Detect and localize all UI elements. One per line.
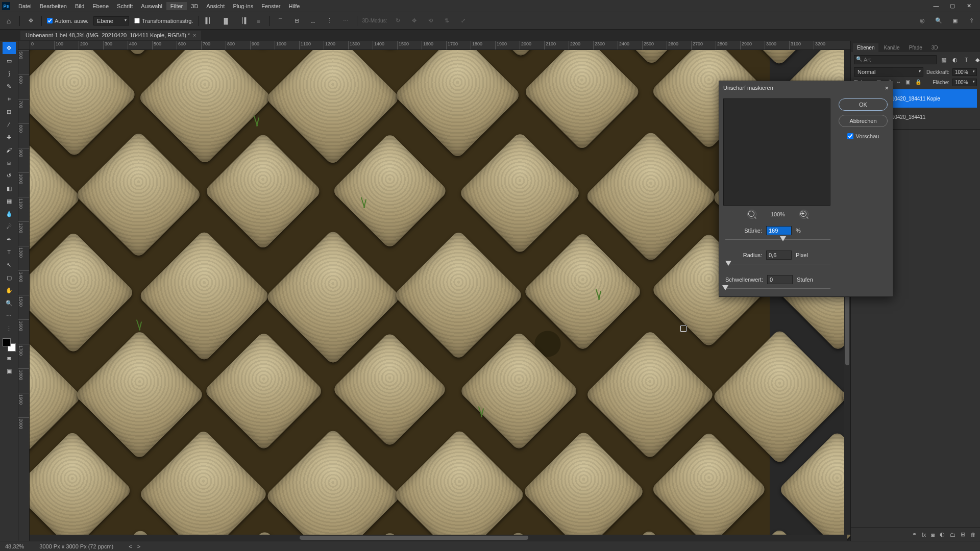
filter-type-icon[interactable]: T <box>962 56 970 64</box>
crop-tool[interactable]: ⌗ <box>3 93 16 105</box>
align-bottom-icon[interactable]: ⎵ <box>308 15 319 27</box>
menu-ebene[interactable]: Ebene <box>88 2 113 10</box>
path-select-tool[interactable]: ↖ <box>3 259 16 271</box>
strength-slider[interactable] <box>725 236 830 243</box>
brush-tool[interactable]: 🖌 <box>3 144 16 156</box>
align-top-icon[interactable]: ⎴ <box>275 15 286 27</box>
distribute-h-icon[interactable]: ≡ <box>253 15 264 27</box>
pen-tool[interactable]: ✒ <box>3 233 16 245</box>
fill-input[interactable]: 100% <box>952 79 977 86</box>
color-swatches[interactable] <box>3 338 16 352</box>
quick-mask-tool[interactable]: ◙ <box>3 352 16 364</box>
align-center-v-icon[interactable]: ⊟ <box>291 15 303 27</box>
rectangle-tool[interactable]: ▢ <box>3 271 16 284</box>
status-zoom[interactable]: 48,32% <box>5 543 24 549</box>
auto-select-target-dropdown[interactable]: Ebene <box>93 16 129 26</box>
frame-tool[interactable]: ⊞ <box>3 106 16 118</box>
status-info[interactable]: 3000 Px x 3000 Px (72 ppcm) <box>39 543 113 549</box>
more-tools-icon[interactable]: ⋯ <box>3 310 16 322</box>
vertical-ruler[interactable]: 5006007008009001000110012001300140015001… <box>18 50 30 541</box>
quick-select-tool[interactable]: ✎ <box>3 80 16 92</box>
layer-style-icon[interactable]: fx <box>922 532 926 538</box>
preview-checkbox-input[interactable] <box>847 133 853 139</box>
maximize-button[interactable]: ▢ <box>947 3 958 9</box>
auto-select-checkbox[interactable]: Autom. ausw. <box>47 18 88 24</box>
blur-tool[interactable]: 💧 <box>3 208 16 220</box>
new-layer-icon[interactable]: ⊞ <box>961 531 965 538</box>
panel-tab-ebenen[interactable]: Ebenen <box>853 43 878 52</box>
healing-tool[interactable]: ✚ <box>3 131 16 143</box>
dialog-close-icon[interactable]: × <box>885 84 889 92</box>
menu-fenster[interactable]: Fenster <box>257 2 284 10</box>
panel-tab-3d[interactable]: 3D <box>927 43 942 52</box>
layer-mask-icon[interactable]: ◙ <box>931 532 935 538</box>
filter-adjust-icon[interactable]: ◐ <box>951 56 959 64</box>
link-layers-icon[interactable]: ⚭ <box>912 531 917 538</box>
filter-shape-icon[interactable]: ◆ <box>973 56 980 64</box>
gradient-tool[interactable]: ▦ <box>3 195 16 207</box>
blend-mode-dropdown[interactable]: Normal <box>854 67 923 77</box>
menu-schrift[interactable]: Schrift <box>113 2 137 10</box>
ruler-origin[interactable] <box>18 41 30 50</box>
adjustment-layer-icon[interactable]: ◐ <box>940 531 945 538</box>
lock-all-icon[interactable]: 🔒 <box>915 79 922 86</box>
close-window-button[interactable]: ✕ <box>964 3 974 9</box>
distribute-v-icon[interactable]: ⋮ <box>324 15 335 27</box>
filter-pixel-icon[interactable]: ▧ <box>940 56 948 64</box>
zoom-out-button[interactable]: - <box>747 210 756 219</box>
menu-filter[interactable]: Filter <box>166 2 187 10</box>
align-right-icon[interactable]: ▕▐ <box>237 15 248 27</box>
search-icon[interactable]: 🔍 <box>933 15 944 27</box>
layer-filter-input[interactable] <box>854 55 937 64</box>
document-tab[interactable]: Unbenannt-1 bei 48,3% (IMG_20210420_1844… <box>20 31 201 40</box>
status-next-icon[interactable]: > <box>137 543 140 549</box>
workspace-icon[interactable]: ▣ <box>949 15 961 27</box>
eyedropper-tool[interactable]: ⁄ <box>3 118 16 131</box>
radius-slider[interactable] <box>725 261 830 268</box>
horizontal-scrollbar[interactable] <box>30 535 847 541</box>
cancel-button[interactable]: Abbrechen <box>839 115 888 127</box>
stamp-tool[interactable]: ⧇ <box>3 157 16 169</box>
transform-controls-checkbox[interactable]: Transformationsstrg. <box>134 18 193 24</box>
minimize-button[interactable]: — <box>931 3 941 9</box>
auto-select-input[interactable] <box>47 18 53 23</box>
status-prev-icon[interactable]: < <box>129 543 132 549</box>
edit-toolbar-icon[interactable]: ⋮ <box>3 322 16 335</box>
lock-artboard-icon[interactable]: ▣ <box>905 79 913 86</box>
threshold-input[interactable] <box>767 275 793 284</box>
lasso-tool[interactable]: ⟆ <box>3 67 16 80</box>
eraser-tool[interactable]: ◧ <box>3 182 16 194</box>
menu-ansicht[interactable]: Ansicht <box>202 2 229 10</box>
screen-mode-tool[interactable]: ▣ <box>3 365 16 377</box>
dodge-tool[interactable]: ☄ <box>3 220 16 233</box>
dialog-preview[interactable] <box>723 98 830 206</box>
home-icon[interactable]: ⌂ <box>3 15 14 27</box>
opacity-input[interactable]: 100% <box>952 68 977 76</box>
menu-auswahl[interactable]: Auswahl <box>137 2 166 10</box>
type-tool[interactable]: T <box>3 246 16 258</box>
marquee-tool[interactable]: ▭ <box>3 55 16 67</box>
foreground-color[interactable] <box>3 338 11 346</box>
panel-tab-pfade[interactable]: Pfade <box>905 43 926 52</box>
history-brush-tool[interactable]: ↺ <box>3 169 16 182</box>
panel-tab-kanäle[interactable]: Kanäle <box>879 43 903 52</box>
preview-checkbox[interactable]: Vorschau <box>847 133 879 139</box>
close-tab-icon[interactable]: × <box>193 33 196 38</box>
hand-tool[interactable]: ✋ <box>3 284 16 296</box>
move-tool[interactable]: ✥ <box>3 42 16 54</box>
more-options-icon[interactable]: ⋯ <box>340 15 352 27</box>
threshold-slider[interactable] <box>725 285 830 292</box>
zoom-tool[interactable]: 🔍 <box>3 297 16 309</box>
menu-hilfe[interactable]: Hilfe <box>284 2 304 10</box>
share-icon[interactable]: ⇪ <box>966 15 977 27</box>
menu-bild[interactable]: Bild <box>71 2 88 10</box>
horizontal-ruler[interactable]: 0100200300400500600700800900100011001200… <box>30 41 850 50</box>
ok-button[interactable]: OK <box>839 98 888 111</box>
transform-controls-input[interactable] <box>134 18 140 23</box>
strength-input[interactable] <box>766 226 792 235</box>
dialog-titlebar[interactable]: Unscharf maskieren × <box>719 81 893 94</box>
align-left-icon[interactable]: ▌▏ <box>204 15 215 27</box>
menu-datei[interactable]: Datei <box>14 2 36 10</box>
menu-plug-ins[interactable]: Plug-ins <box>229 2 257 10</box>
group-icon[interactable]: 🗀 <box>950 532 955 538</box>
